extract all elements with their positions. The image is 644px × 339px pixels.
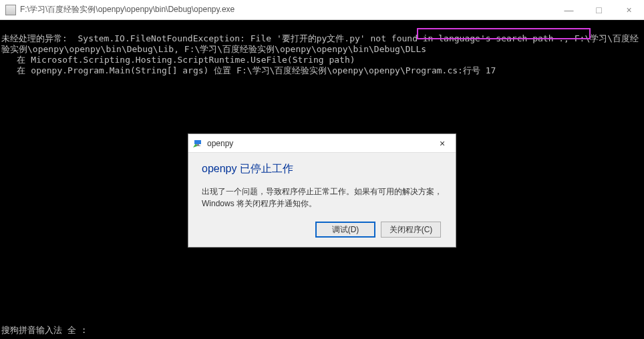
exception-highlighted-text: found in language's search path [386, 33, 553, 43]
console-output: 未经处理的异常: System.IO.FileNotFoundException… [0, 20, 644, 79]
exception-line: 未经处理的异常: System.IO.FileNotFoundException… [1, 33, 639, 54]
debug-button[interactable]: 调试(D) [315, 222, 375, 238]
minimize-button[interactable]: — [554, 0, 584, 19]
stack-line-2: 在 openpy.Program.Main(String[] args) 位置 … [1, 65, 496, 75]
dialog-body: openpy 已停止工作 出现了一个问题，导致程序停止正常工作。如果有可用的解决… [188, 153, 456, 247]
exception-prefix: 未经处理的异常: System.IO.FileNotFoundException… [1, 33, 386, 43]
ime-status: 搜狗拼音输入法 全 : [1, 324, 86, 336]
app-crash-icon [192, 138, 203, 149]
window-titlebar: F:\学习\百度经验实例\openpy\openpy\bin\Debug\ope… [0, 0, 644, 20]
close-button[interactable]: × [614, 0, 644, 19]
stack-line-1: 在 Microsoft.Scripting.Hosting.ScriptRunt… [1, 55, 355, 65]
dialog-message: 出现了一个问题，导致程序停止正常工作。如果有可用的解决方案，Windows 将关… [202, 186, 442, 210]
dialog-title: openpy [207, 139, 429, 148]
dialog-button-row: 调试(D) 关闭程序(C) [202, 222, 442, 240]
svg-rect-1 [196, 144, 199, 145]
dialog-heading: openpy 已停止工作 [202, 162, 442, 176]
close-program-button[interactable]: 关闭程序(C) [381, 222, 441, 238]
dialog-close-button[interactable]: × [429, 134, 456, 153]
window-title: F:\学习\百度经验实例\openpy\openpy\bin\Debug\ope… [20, 4, 554, 15]
maximize-button[interactable]: □ [584, 0, 614, 19]
error-dialog: openpy × openpy 已停止工作 出现了一个问题，导致程序停止正常工作… [188, 133, 456, 248]
app-icon [5, 5, 16, 15]
dialog-titlebar: openpy × [188, 134, 456, 153]
svg-rect-0 [194, 140, 201, 144]
window-controls: — □ × [554, 0, 644, 19]
